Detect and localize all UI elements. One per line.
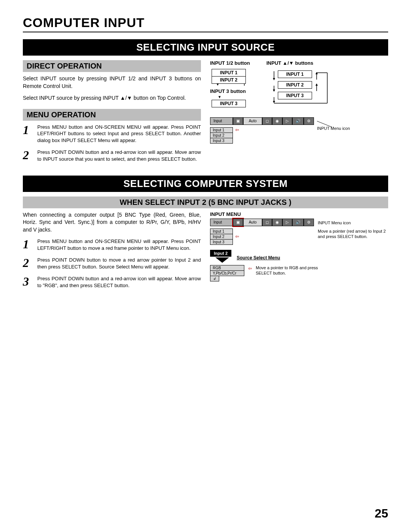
step-text-1: Press MENU button and ON-SCREEN MENU wil…	[37, 124, 201, 144]
source-item-ypbcb: Y,Pb/Cb,Pr/Cr	[210, 270, 244, 276]
direct-op-text-1: Select INPUT source by pressing INPUT 1/…	[23, 75, 201, 90]
step-text-b2: Press POINT DOWN button to move a red ar…	[37, 257, 201, 270]
bnc-step-3: 3 Press POINT DOWN button and a red-arro…	[23, 275, 201, 289]
osd-input-icon: ▣	[233, 117, 243, 125]
direct-op-text-2: Select INPUT source by pressing INPUT ▲/…	[23, 94, 201, 102]
menu-op-step-2: 2 Press POINT DOWN button and a red-arro…	[23, 149, 201, 162]
subheading-menu-operation: MENU OPERATION	[23, 109, 201, 121]
red-arrow-icon-2: ⇦	[235, 234, 239, 239]
box-input-1: INPUT 1	[212, 69, 246, 77]
osd-item-input3: Input 3	[210, 138, 233, 144]
osd2-item-input3: Input 3	[210, 239, 233, 245]
step-text-b3: Press POINT DOWN button and a red-arrow …	[37, 275, 201, 289]
source-item-return-icon: ↲	[210, 276, 219, 281]
input2-transition: Input 2 Source Select Menu	[210, 249, 388, 264]
osd2-icon-4: 🔊	[292, 219, 304, 226]
step-text-2: Press POINT DOWN button and a red-arrow …	[37, 149, 201, 162]
source-item-rgb: RGB	[210, 265, 244, 271]
osd2-auto: Auto	[243, 219, 262, 226]
step-number-1: 1	[23, 124, 33, 144]
step-text-b1: Press MENU button and ON-SCREEN MENU wil…	[37, 238, 201, 251]
osd2-input-icon-selected: ▣	[233, 219, 243, 226]
page-title: COMPUTER INPUT	[23, 15, 388, 30]
osd2-item-input1: Input 1	[210, 228, 233, 234]
section-bar-selecting-computer-system: SELECTING COMPUTER SYSTEM	[23, 176, 388, 192]
red-arrow-icon-3: ⇦	[248, 266, 252, 271]
menu-op-step-1: 1 Press MENU button and ON-SCREEN MENU w…	[23, 124, 201, 144]
step-number-2: 2	[23, 149, 33, 162]
osd-icon-4: 🔊	[292, 117, 304, 125]
subheading-direct-operation: DIRECT OPERATION	[23, 60, 201, 72]
step-number-b3: 3	[23, 275, 33, 289]
pill-input-2: Input 2	[210, 250, 231, 257]
annot-move-pointer: Move a pointer (red arrow) to Input 2 an…	[318, 228, 388, 240]
osd-item-input2: Input 2	[210, 133, 233, 138]
input-button-diagram: INPUT 1/2 button INPUT 1 INPUT 2 INPUT 3…	[210, 60, 388, 107]
osd-icon-1: ◻	[262, 117, 272, 125]
osd-input-menu-2: Input ▣ Auto ◻ ◉ ▷ 🔊 ⚙ Input 1 Input 2 I…	[210, 219, 388, 245]
osd2-item-input2: Input 2	[210, 234, 233, 240]
osd2-icon-5: ⚙	[304, 219, 314, 226]
annot-move-pointer-rgb: Move a pointer to RGB and press SELECT b…	[256, 265, 324, 276]
arrows-updown	[266, 67, 335, 105]
osd-icon-5: ⚙	[304, 117, 314, 125]
box-input-3: INPUT 3	[212, 100, 246, 107]
bnc-step-2: 2 Press POINT DOWN button to move a red …	[23, 257, 201, 270]
subheading-bnc: WHEN SELECT INPUT 2 (5 BNC INPUT JACKS )	[23, 197, 388, 208]
osd2-icon-3: ▷	[282, 219, 292, 226]
bnc-intro-text: When connecting a computer output [5 BNC…	[23, 211, 201, 234]
label-input-3-button: INPUT 3 button	[210, 88, 246, 94]
page-number: 25	[374, 506, 388, 521]
section-bar-selecting-input-source: SELECTING INPUT SOURCE	[23, 39, 388, 56]
title-underline	[23, 32, 388, 32]
osd-item-input1: Input 1	[210, 127, 233, 133]
osd-source-select: RGB Y,Pb/Cb,Pr/Cr ↲ ⇦ Move a pointer to …	[210, 265, 388, 281]
osd-title: Input	[210, 117, 233, 125]
label-input-updown-buttons: INPUT ▲/▼ buttons	[266, 60, 313, 66]
down-arrow-icon	[215, 257, 229, 263]
osd-input-menu-1: Input ▣ Auto ◻ ◉ ▷ 🔊 ⚙ Input 1 Input 2 I…	[210, 117, 388, 144]
osd-icon-3: ▷	[282, 117, 292, 125]
osd-icon-2: ◉	[272, 117, 282, 125]
osd-auto: Auto	[243, 117, 262, 125]
box-input-2: INPUT 2	[212, 76, 246, 84]
annot-input-menu-icon-2: INPUT Menu icon	[318, 220, 388, 225]
label-input-12-button: INPUT 1/2 button	[210, 60, 250, 66]
step-number-b1: 1	[23, 238, 33, 251]
osd2-title: Input	[210, 219, 233, 226]
label-input-menu: INPUT MENU	[210, 211, 388, 217]
osd2-icon-1: ◻	[262, 219, 272, 226]
step-number-b2: 2	[23, 257, 33, 270]
label-source-select-menu: Source Select Menu	[237, 255, 280, 260]
annot-input-menu-icon: INPUT Menu icon	[317, 126, 350, 131]
red-arrow-icon: ⇦	[235, 127, 239, 133]
osd2-icon-2: ◉	[272, 219, 282, 226]
bnc-step-1: 1 Press MENU button and ON-SCREEN MENU w…	[23, 238, 201, 251]
